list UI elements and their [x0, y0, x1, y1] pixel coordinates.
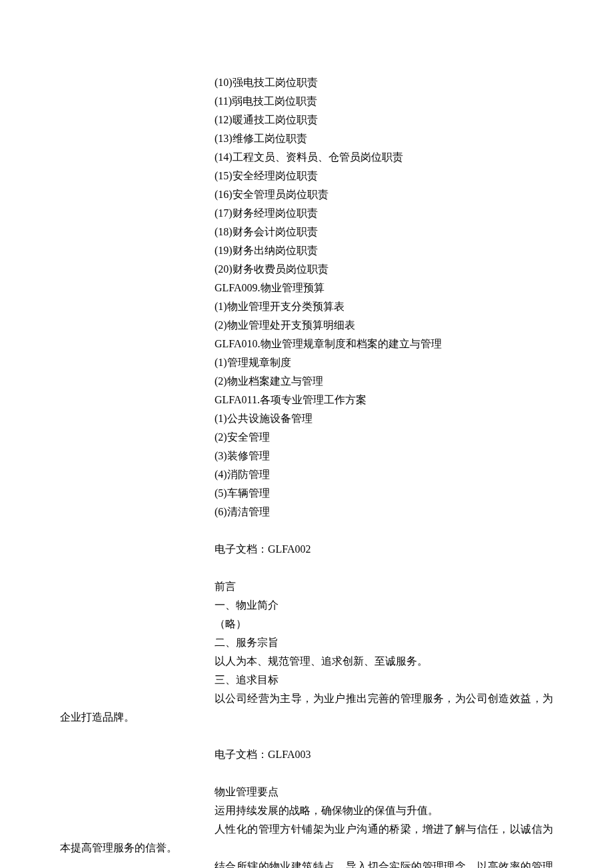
section-title: GLFA010.物业管理规章制度和档案的建立与管理	[215, 335, 553, 353]
subheading: 二、服务宗旨	[215, 633, 553, 652]
body-text: 结合所辖的物业建筑特点，导入切合实际的管理理念，以高效率的管理降低成本，转变传统…	[60, 857, 553, 868]
document-page: (10)强电技工岗位职责 (11)弱电技工岗位职责 (12)暖通技工岗位职责 (…	[0, 0, 613, 868]
doc002-block: 电子文档：GLFA002	[60, 540, 553, 559]
list-item: (17)财务经理岗位职责	[215, 204, 553, 223]
spacer	[60, 727, 553, 745]
subheading: 三、追求目标	[215, 671, 553, 689]
list-item: (14)工程文员、资料员、仓管员岗位职责	[215, 148, 553, 167]
list-item: (2)安全管理	[215, 428, 553, 447]
list-item: (12)暖通技工岗位职责	[215, 111, 553, 129]
list-item: (16)安全管理员岗位职责	[215, 185, 553, 204]
list-item: (6)清洁管理	[215, 503, 553, 521]
list-item: (15)安全经理岗位职责	[215, 167, 553, 185]
list-item: (2)物业管理处开支预算明细表	[215, 316, 553, 335]
list-item: (1)管理规章制度	[215, 353, 553, 372]
list-item: (4)消防管理	[215, 465, 553, 484]
items-block: (10)强电技工岗位职责 (11)弱电技工岗位职责 (12)暖通技工岗位职责 (…	[60, 73, 553, 279]
doc002-body: 前言 一、物业简介 （略） 二、服务宗旨 以人为本、规范管理、追求创新、至诚服务…	[60, 577, 553, 689]
glfa011-block: GLFA011.各项专业管理工作方案 (1)公共设施设备管理 (2)安全管理 (…	[60, 391, 553, 521]
glfa009-block: GLFA009.物业管理预算 (1)物业管理开支分类预算表 (2)物业管理处开支…	[60, 279, 553, 335]
doc003-block: 电子文档：GLFA003	[60, 745, 553, 764]
body-text: 以人为本、规范管理、追求创新、至诚服务。	[215, 652, 553, 671]
glfa010-block: GLFA010.物业管理规章制度和档案的建立与管理 (1)管理规章制度 (2)物…	[60, 335, 553, 391]
spacer	[60, 559, 553, 577]
list-item: (13)维修工岗位职责	[215, 129, 553, 148]
list-item: (20)财务收费员岗位职责	[215, 260, 553, 279]
spacer	[60, 764, 553, 783]
list-item: (10)强电技工岗位职责	[215, 73, 553, 92]
heading: 前言	[215, 577, 553, 596]
list-item: (1)公共设施设备管理	[215, 409, 553, 428]
subheading: 一、物业简介	[215, 596, 553, 615]
spacer	[60, 521, 553, 540]
list-item: (11)弱电技工岗位职责	[215, 92, 553, 111]
body-text: （略）	[215, 615, 553, 633]
doc-header: 电子文档：GLFA003	[215, 745, 553, 764]
list-item: (19)财务出纳岗位职责	[215, 241, 553, 260]
list-item: (2)物业档案建立与管理	[215, 372, 553, 391]
list-item: (18)财务会计岗位职责	[215, 223, 553, 241]
list-item: (1)物业管理开支分类预算表	[215, 297, 553, 316]
section-title: GLFA009.物业管理预算	[215, 279, 553, 297]
body-text: 运用持续发展的战略，确保物业的保值与升值。	[215, 801, 553, 820]
list-item: (5)车辆管理	[215, 484, 553, 503]
list-item: (3)装修管理	[215, 447, 553, 465]
body-text: 人性化的管理方针铺架为业户沟通的桥梁，增进了解与信任，以诚信为本提高管理服务的信…	[60, 820, 553, 857]
doc003-title-block: 物业管理要点 运用持续发展的战略，确保物业的保值与升值。	[60, 783, 553, 820]
heading: 物业管理要点	[215, 783, 553, 801]
body-text: 以公司经营为主导，为业户推出完善的管理服务，为公司创造效益，为企业打造品牌。	[60, 689, 553, 727]
doc-header: 电子文档：GLFA002	[215, 540, 553, 559]
section-title: GLFA011.各项专业管理工作方案	[215, 391, 553, 409]
